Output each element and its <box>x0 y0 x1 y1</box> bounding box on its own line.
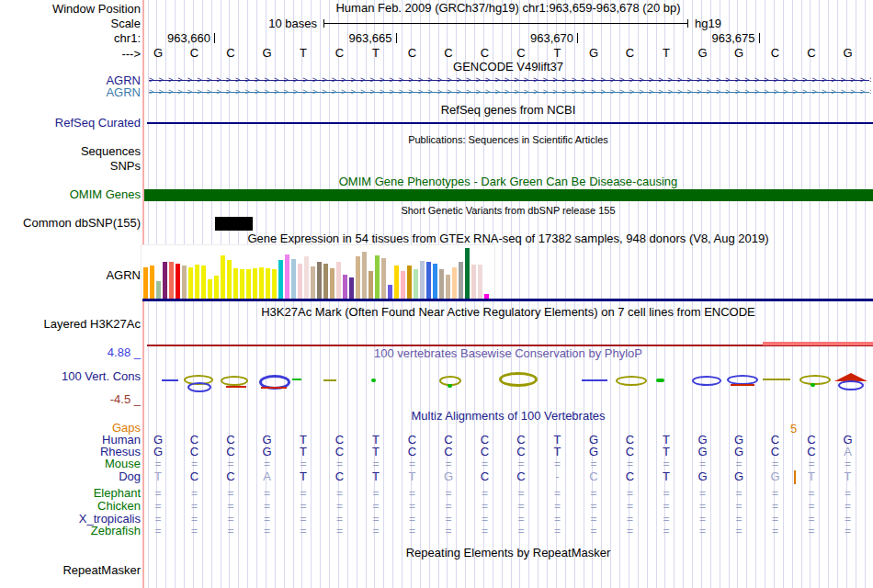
dbsnp-variant-box[interactable] <box>215 217 253 231</box>
multiz-base: = <box>793 513 830 526</box>
conservation-glyph <box>692 376 721 386</box>
multiz-base: = <box>575 513 612 526</box>
multiz-base: = <box>539 458 576 470</box>
h3k27ac-label[interactable]: Layered H3K27Ac <box>0 318 141 331</box>
gtex-tissue-bar[interactable] <box>343 275 347 299</box>
gene-label-agrn-2[interactable]: AGRN <box>0 86 141 99</box>
conservation-glyph <box>221 376 248 386</box>
gtex-tissue-bar[interactable] <box>407 266 412 299</box>
multiz-base: C <box>467 470 504 483</box>
gtex-tissue-bar[interactable] <box>253 268 257 299</box>
multiz-base: = <box>212 500 249 513</box>
gtex-tissue-bar[interactable] <box>285 254 289 299</box>
phylop-track-title: 100 vertebrates Basewise Conservation by… <box>147 347 869 360</box>
gtex-tissue-bar[interactable] <box>426 262 431 299</box>
gtex-tissue-bar[interactable] <box>182 266 187 299</box>
gtex-tissue-bar[interactable] <box>459 262 463 299</box>
multiz-base: G <box>575 446 612 458</box>
gtex-tissue-bar[interactable] <box>311 266 315 299</box>
gtex-tissue-bar[interactable] <box>214 276 219 299</box>
refseq-gene-line[interactable] <box>147 122 873 124</box>
gtex-tissue-bar[interactable] <box>195 265 199 299</box>
refseq-curated-label[interactable]: RefSeq Curated <box>0 117 141 130</box>
gtex-tissue-bar[interactable] <box>356 256 360 299</box>
gtex-tissue-bar[interactable] <box>401 271 405 299</box>
multiz-base: C <box>757 446 794 458</box>
gtex-tissue-bar[interactable] <box>291 259 296 299</box>
gtex-tissue-bar[interactable] <box>368 271 373 299</box>
gtex-tissue-bar[interactable] <box>388 285 392 299</box>
multiz-species-label[interactable]: Chicken <box>0 500 141 513</box>
gtex-tissue-bar[interactable] <box>272 269 277 299</box>
gtex-tissue-bar[interactable] <box>143 267 148 299</box>
gtex-tissue-bar[interactable] <box>227 260 232 299</box>
gtex-tissue-bar[interactable] <box>484 294 489 299</box>
gtex-tissue-bar[interactable] <box>150 266 154 299</box>
gtex-tissue-bar[interactable] <box>259 267 264 299</box>
multiz-base: = <box>830 458 867 470</box>
gtex-tissue-bar[interactable] <box>304 256 309 299</box>
gtex-tissue-bar[interactable] <box>336 262 341 299</box>
gtex-tissue-bar[interactable] <box>233 268 238 299</box>
ruler-number: 963,660 <box>157 31 210 45</box>
sequences-label[interactable]: Sequences <box>0 145 141 158</box>
gtex-tissue-bar[interactable] <box>278 260 283 299</box>
gtex-tissue-bar[interactable] <box>330 268 334 299</box>
gtex-tissue-bar[interactable] <box>156 281 161 299</box>
gtex-tissue-bar[interactable] <box>414 269 418 299</box>
multiz-base: = <box>212 458 249 470</box>
gtex-tissue-bar[interactable] <box>375 255 380 299</box>
dbsnp-track-title: Short Genetic Variants from dbSNP releas… <box>147 204 869 217</box>
gtex-tissue-bar[interactable] <box>349 277 354 299</box>
gtex-gene-label[interactable]: AGRN <box>0 269 141 282</box>
gtex-tissue-bar[interactable] <box>169 262 174 299</box>
gtex-tissue-bar[interactable] <box>208 279 212 299</box>
gtex-tissue-bar[interactable] <box>452 267 457 299</box>
sequence-base: G <box>720 46 757 60</box>
gtex-tissue-bar[interactable] <box>471 265 476 299</box>
gtex-tissue-bar[interactable] <box>317 262 322 299</box>
multiz-species-label[interactable]: Dog <box>0 470 141 483</box>
conservation-glyph <box>811 383 815 387</box>
gtex-tissue-bar[interactable] <box>323 264 328 299</box>
gtex-tissue-bar[interactable] <box>188 267 193 299</box>
multiz-base: C <box>176 470 213 483</box>
multiz-base: = <box>140 525 176 537</box>
ruler-number: 963,665 <box>339 31 392 45</box>
gtex-tissue-bar[interactable] <box>446 275 450 299</box>
multiz-base: = <box>575 525 612 537</box>
snps-label[interactable]: SNPs <box>0 160 141 173</box>
gtex-tissue-bar[interactable] <box>465 248 470 299</box>
gtex-tissue-bar[interactable] <box>439 269 444 299</box>
multiz-base: G <box>757 470 794 483</box>
gtex-tissue-bar[interactable] <box>478 265 482 299</box>
gtex-tissue-bar[interactable] <box>246 269 251 299</box>
gtex-tissue-bar[interactable] <box>176 264 180 299</box>
multiz-base: = <box>394 500 431 513</box>
gtex-tissue-bar[interactable] <box>298 264 302 299</box>
multiz-species-label[interactable]: Mouse <box>0 458 141 470</box>
gtex-tissue-bar[interactable] <box>266 268 270 299</box>
gtex-tissue-bar[interactable] <box>362 252 367 299</box>
multiz-base: = <box>322 525 358 537</box>
gtex-tissue-bar[interactable] <box>381 258 386 299</box>
repeatmasker-label[interactable]: RepeatMasker <box>0 564 141 577</box>
gtex-tissue-bar[interactable] <box>433 264 437 299</box>
gtex-tissue-bar[interactable] <box>394 266 399 299</box>
conservation-glyph <box>731 384 754 386</box>
multiz-species-label[interactable]: Zebrafish <box>0 525 141 537</box>
multiz-base: = <box>140 513 176 526</box>
phylop-label[interactable]: 100 Vert. Cons <box>0 370 141 383</box>
gtex-tissue-bar[interactable] <box>420 261 425 299</box>
dbsnp-label[interactable]: Common dbSNP(155) <box>0 217 141 230</box>
conservation-glyph <box>656 379 664 382</box>
multiz-base: = <box>176 458 213 470</box>
gtex-tissue-bar[interactable] <box>240 269 244 299</box>
omim-gene-bar[interactable] <box>144 189 873 201</box>
gtex-tissue-bar[interactable] <box>221 255 225 299</box>
multiz-base: C <box>176 446 213 458</box>
gtex-tissue-bar[interactable] <box>163 262 167 299</box>
omim-genes-label[interactable]: OMIM Genes <box>0 188 141 201</box>
multiz-species-label[interactable]: Elephant <box>0 487 141 500</box>
gtex-tissue-bar[interactable] <box>201 266 206 299</box>
